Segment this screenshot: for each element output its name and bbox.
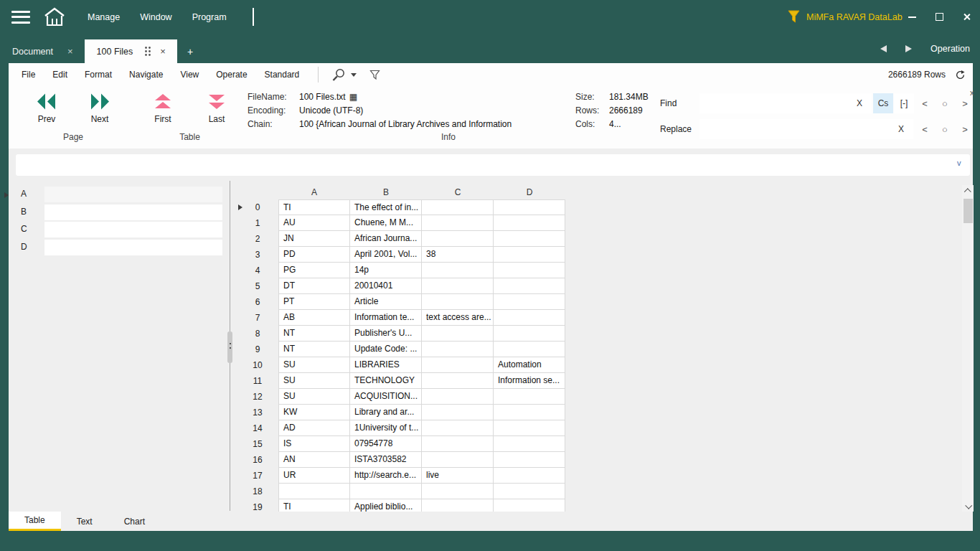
row-header[interactable]: 12 [237,389,278,405]
cell-c[interactable] [422,499,494,512]
menu-item[interactable]: File [13,70,44,80]
cell-c[interactable]: 38 [422,247,494,263]
cell-b[interactable]: TECHNOLOGY [350,373,422,389]
operation-menu[interactable]: Operation [930,44,970,54]
form-field-input[interactable] [44,204,222,220]
cell-c[interactable] [422,278,494,294]
view-tab[interactable]: Table [9,512,61,531]
cell-b[interactable]: Chuene, M M... [350,215,422,231]
top-menu-item[interactable]: Window [130,8,182,27]
cell-d[interactable] [494,342,565,357]
row-header[interactable]: 1 [237,215,278,231]
splitter-grip[interactable] [227,331,232,363]
form-field-input[interactable] [44,222,222,237]
column-header[interactable]: C [422,185,494,199]
cell-d[interactable] [494,278,565,294]
cell-d[interactable] [494,452,565,468]
cell-c[interactable] [422,357,494,373]
cell-c[interactable] [422,405,494,420]
cell-d[interactable]: Automation [494,357,565,373]
cell-d[interactable]: Information se... [494,373,565,389]
row-header[interactable]: 2 [237,231,278,247]
file-grid-icon[interactable]: ▦ [349,92,357,102]
cell-a[interactable]: SU [278,357,350,373]
cell-a[interactable]: SU [278,373,350,389]
filter-button[interactable] [369,70,380,80]
cell-d[interactable] [494,326,565,342]
close-tab-icon[interactable]: × [63,46,77,57]
scrollbar-thumb[interactable] [963,199,973,223]
cell-a[interactable]: PT [278,294,350,310]
cell-a[interactable]: PG [278,263,350,278]
prev-page-button[interactable]: Prev [26,93,67,124]
menu-item[interactable]: Standard [256,70,308,80]
cell-a[interactable] [278,484,350,499]
cell-c[interactable] [422,263,494,278]
close-button[interactable] [953,0,980,34]
cell-d[interactable] [494,389,565,405]
cell-a[interactable]: JN [278,231,350,247]
row-header[interactable]: 0 [237,199,278,215]
cell-a[interactable]: NT [278,326,350,342]
new-tab-button[interactable]: + [177,39,203,63]
hamburger-menu-icon[interactable] [11,11,30,24]
cell-d[interactable] [494,199,565,215]
grid-corner[interactable] [237,185,278,199]
close-tab-icon[interactable]: × [156,46,170,57]
row-header[interactable]: 10 [237,357,278,373]
cell-b[interactable]: 20010401 [350,278,422,294]
minimize-button[interactable] [898,0,925,34]
replace-clear-button[interactable]: X [891,119,911,139]
cell-c[interactable] [422,452,494,468]
formula-bar-input[interactable] [16,154,970,176]
cell-b[interactable]: Library and ar... [350,405,422,420]
cell-d[interactable] [494,294,565,310]
cell-c[interactable] [422,199,494,215]
row-header[interactable]: 4 [237,263,278,278]
cell-a[interactable]: AU [278,215,350,231]
find-prev-button[interactable]: < [916,93,933,113]
home-icon[interactable] [43,6,66,28]
row-header[interactable]: 13 [237,405,278,420]
scroll-tabs-right-icon[interactable] [905,45,912,52]
cell-a[interactable]: NT [278,342,350,357]
row-header[interactable]: 9 [237,342,278,357]
cell-b[interactable]: The effect of in... [350,199,422,215]
last-row-button[interactable]: Last [196,93,237,124]
cell-a[interactable]: AN [278,452,350,468]
cell-d[interactable] [494,484,565,499]
row-header[interactable]: 8 [237,326,278,342]
cell-d[interactable] [494,215,565,231]
cell-d[interactable] [494,405,565,420]
row-header[interactable]: 17 [237,468,278,484]
menu-item[interactable]: Format [76,70,121,80]
replace-input[interactable] [699,119,913,139]
cell-d[interactable] [494,263,565,278]
cell-b[interactable]: ISTA3703582 [350,452,422,468]
cell-b[interactable]: Article [350,294,422,310]
refresh-icon[interactable] [955,70,966,80]
find-case-button[interactable]: Cs [873,93,893,113]
cell-c[interactable] [422,484,494,499]
cell-a[interactable]: TI [278,499,350,512]
row-header[interactable]: 3 [237,247,278,263]
cell-c[interactable] [422,342,494,357]
replace-next-button[interactable]: > [956,119,974,139]
cell-c[interactable] [422,326,494,342]
scroll-down-button[interactable] [962,500,974,512]
cell-a[interactable]: KW [278,405,350,420]
row-header[interactable]: 14 [237,420,278,436]
cell-b[interactable]: Update Code: ... [350,342,422,357]
scroll-tabs-left-icon[interactable] [880,45,887,52]
row-header[interactable]: 11 [237,373,278,389]
cell-a[interactable]: DT [278,278,350,294]
top-menu-item[interactable]: Manage [77,8,130,27]
cell-b[interactable]: 07954778 [350,436,422,452]
column-header[interactable]: D [494,185,565,199]
next-page-button[interactable]: Next [79,93,121,124]
cell-a[interactable]: AD [278,420,350,436]
chevron-down-icon[interactable] [351,73,357,77]
cell-a[interactable]: IS [278,436,350,452]
cell-b[interactable]: 14p [350,263,422,278]
cell-c[interactable] [422,389,494,405]
